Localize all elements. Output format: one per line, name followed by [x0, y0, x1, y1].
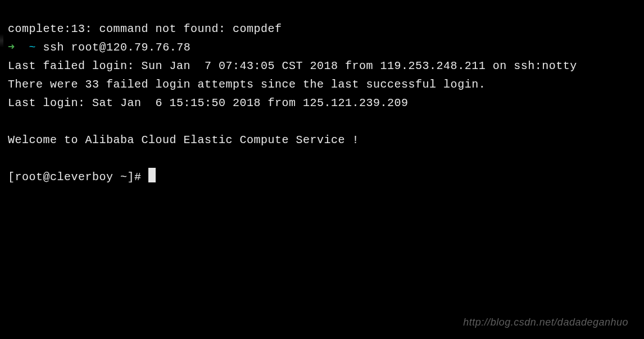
- welcome-line: Welcome to Alibaba Cloud Elastic Compute…: [8, 131, 644, 149]
- failed-attempts-line: There were 33 failed login attempts sinc…: [8, 75, 644, 94]
- shell-prompt-text: [root@cleverboy ~]#: [8, 171, 148, 184]
- blank-line-1: [8, 112, 644, 131]
- last-login-line: Last login: Sat Jan 6 15:15:50 2018 from…: [8, 94, 644, 112]
- ssh-command-text: ssh root@120.79.76.78: [43, 41, 191, 54]
- prompt-arrow-icon: ➜: [8, 41, 15, 54]
- cursor-icon: [148, 168, 156, 182]
- blank-line-2: [8, 149, 644, 168]
- shell-prompt-line[interactable]: [root@cleverboy ~]#: [8, 168, 644, 186]
- window-left-edge: [0, 0, 3, 339]
- prompt-tilde: ~: [29, 41, 37, 54]
- terminal-output[interactable]: complete:13: command not found: compdef➜…: [8, 1, 644, 205]
- ssh-command-line: ➜ ~ ssh root@120.79.76.78: [8, 38, 644, 57]
- watermark-text: http://blog.csdn.net/dadadeganhuo: [463, 314, 628, 331]
- error-line: complete:13: command not found: compdef: [8, 20, 644, 38]
- last-failed-login-line: Last failed login: Sun Jan 7 07:43:05 CS…: [8, 57, 644, 75]
